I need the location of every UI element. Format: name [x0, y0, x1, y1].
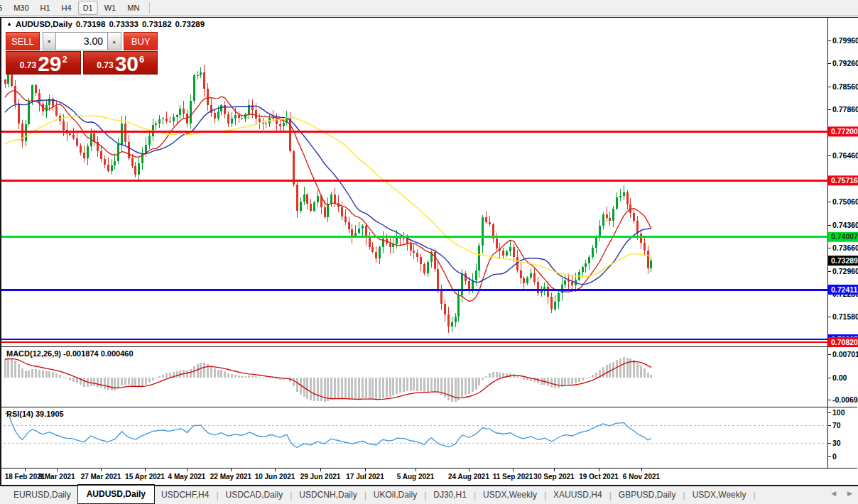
- date-axis-label: 30 Sep 2021: [533, 473, 575, 481]
- sell-price-prefix: 0.73: [20, 60, 36, 70]
- ohlc-low: 0.73182: [142, 20, 172, 28]
- date-axis-label: 5 Aug 2021: [397, 473, 435, 481]
- price-axis-label: 0.76460: [832, 151, 858, 160]
- sell-price-sup: 2: [63, 54, 67, 65]
- macd-axis-label: 0.00: [832, 373, 847, 382]
- timeframe-toolbar: 5M30H1H4D1W1MN: [0, 0, 858, 16]
- sell-price-big: 29: [38, 54, 61, 73]
- buy-button[interactable]: BUY: [124, 32, 158, 50]
- date-axis-label: 6 Nov 2021: [623, 473, 661, 481]
- tab-gbpusd-daily[interactable]: GBPUSD,Daily: [612, 487, 683, 503]
- price-axis-label: 0.74360: [832, 221, 858, 229]
- macd-indicator-label: MACD(12,26,9) -0.001874 0.000460: [6, 349, 134, 358]
- toolbar-separator: [149, 2, 150, 13]
- buy-price-sup: 6: [139, 54, 144, 65]
- symbol-tab-bar: EURUSD,DailyAUDUSD,DailyUSDCHF,H4|USDCAD…: [0, 485, 858, 504]
- toolbar-item-partial[interactable]: 5: [0, 1, 7, 15]
- date-axis-label: 11 Sep 2021: [493, 473, 533, 481]
- chart-symbol-period: AUDUSD,Daily: [16, 20, 72, 28]
- ohlc-open: 0.73198: [76, 20, 106, 28]
- tab-audusd-daily[interactable]: AUDUSD,Daily: [77, 484, 155, 504]
- level-price-label: 0.77200: [831, 127, 858, 136]
- ohlc-high: 0.73333: [109, 20, 139, 28]
- volume-increase-button[interactable]: ▲: [107, 32, 121, 50]
- tab-separator: |: [752, 491, 756, 500]
- ohlc-close: 0.73289: [175, 20, 205, 28]
- rsi-axis-label: 30: [832, 439, 841, 447]
- sell-button[interactable]: SELL: [6, 32, 40, 50]
- buy-price-big: 30: [115, 54, 139, 73]
- date-axis-label: 17 Jul 2021: [346, 473, 384, 481]
- date-axis-label: 4 May 2021: [168, 473, 206, 481]
- tab-scroll-left-icon[interactable]: ◀: [831, 490, 836, 497]
- rsi-indicator-label: RSI(14) 39.1905: [6, 410, 64, 418]
- date-axis-label: 24 Aug 2021: [448, 473, 489, 481]
- macd-axis-label: -0.006923: [832, 395, 858, 404]
- tab-eurusd-daily[interactable]: EURUSD,Daily: [7, 487, 77, 503]
- date-axis-label: 9 Mar 2021: [38, 473, 75, 481]
- price-axis-label: 0.73660: [832, 243, 858, 252]
- date-axis-label: 10 Jun 2021: [255, 473, 295, 481]
- toolbar-item-w1[interactable]: W1: [99, 1, 121, 15]
- level-price-label: 0.74007: [831, 232, 858, 241]
- tab-usdchf-h4[interactable]: USDCHF,H4: [155, 487, 215, 503]
- date-axis-label: 27 Mar 2021: [81, 473, 121, 481]
- chart-canvas[interactable]: 0.799600.792600.785600.778600.764600.750…: [0, 0, 858, 504]
- collapse-triangle-icon[interactable]: ▲: [6, 21, 12, 27]
- toolbar-item-d1[interactable]: D1: [78, 1, 98, 15]
- date-axis-label: 15 Apr 2021: [125, 473, 165, 481]
- level-price-label: 0.72411: [831, 285, 858, 294]
- price-axis-label: 0.78560: [832, 82, 858, 91]
- toolbar-item-h4[interactable]: H4: [57, 1, 77, 15]
- current-price-label: 0.73289: [831, 256, 858, 265]
- date-axis-label: 29 Jun 2021: [300, 473, 341, 481]
- volume-decrease-button[interactable]: ▼: [43, 32, 56, 50]
- level-price-label: 0.70820: [831, 338, 858, 346]
- rsi-axis-label: 70: [832, 421, 841, 429]
- tab-usdcad-daily[interactable]: USDCAD,Daily: [219, 487, 290, 503]
- tab-ukoil-daily[interactable]: UKOil,Daily: [367, 487, 423, 503]
- date-axis-label: 22 May 2021: [210, 473, 252, 481]
- price-axis-label: 0.77860: [832, 105, 858, 114]
- tab-usdcnh-daily[interactable]: USDCNH,Daily: [293, 487, 363, 503]
- price-axis-label: 0.71580: [832, 312, 858, 321]
- one-click-trading-widget: SELL ▼ ▲ BUY 0.73 29 2 0.73 30 6: [6, 32, 158, 75]
- rsi-axis-label: 0: [832, 452, 837, 461]
- sell-price-panel[interactable]: 0.73 29 2: [6, 51, 81, 75]
- spinner-up-icon: ▲: [112, 39, 116, 44]
- buy-price-prefix: 0.73: [97, 60, 113, 70]
- tab-scroll-right-icon[interactable]: ▶: [847, 490, 852, 497]
- date-axis-label: 19 Oct 2021: [579, 473, 619, 481]
- toolbar-item-h1[interactable]: H1: [36, 1, 55, 15]
- chart-window-bg: [0, 16, 858, 504]
- tab-xauusd-h4[interactable]: XAUUSD,H4: [547, 487, 609, 503]
- tab-usdx-weekly[interactable]: USDX,Weekly: [686, 487, 753, 503]
- tab-dj30-h1[interactable]: DJ30,H1: [427, 487, 473, 503]
- spinner-down-icon: ▼: [47, 39, 52, 44]
- buy-price-panel[interactable]: 0.73 30 6: [83, 51, 158, 75]
- tab-usdx-weekly[interactable]: USDX,Weekly: [477, 487, 543, 503]
- level-price-label: 0.75716: [831, 176, 858, 185]
- tab-scroll-buttons: ◀ ▶: [831, 490, 852, 497]
- volume-input[interactable]: [56, 32, 107, 50]
- macd-axis-label: 0.007015: [832, 350, 858, 358]
- trading-terminal: { "toolbar": { "clipped_item": "5", "ite…: [0, 0, 858, 504]
- chart-title-row: ▲ AUDUSD,Daily 0.73198 0.73333 0.73182 0…: [6, 20, 205, 28]
- rsi-axis-label: 100: [832, 408, 845, 417]
- price-axis-label: 0.72960: [832, 267, 858, 275]
- price-axis-label: 0.79960: [832, 36, 858, 45]
- toolbar-item-mn[interactable]: MN: [122, 1, 144, 15]
- price-axis-label: 0.79260: [832, 59, 858, 67]
- price-axis-label: 0.75060: [832, 197, 858, 206]
- toolbar-item-m30[interactable]: M30: [9, 1, 33, 15]
